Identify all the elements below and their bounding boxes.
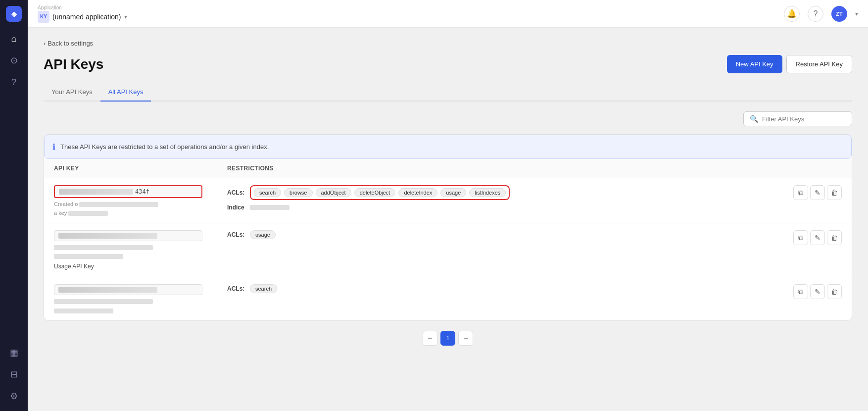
avatar[interactable]: ZT — [831, 6, 847, 22]
acl-row-1: ACLs: search browse addObject deleteObje… — [227, 185, 772, 200]
actions-cell-2: ⧉ ✎ 🗑 — [772, 230, 842, 245]
sidebar: ◈ ⌂ ⊙ ? ▦ ⊟ ⚙ — [0, 0, 28, 411]
sidebar-item-question[interactable]: ? — [5, 73, 23, 91]
topbar-chevron-icon[interactable]: ▾ — [855, 10, 858, 17]
next-page-button[interactable]: → — [458, 331, 473, 346]
info-banner: ℹ These API Keys are restricted to a set… — [44, 135, 852, 159]
filter-row: 🔍 — [44, 111, 852, 126]
acl-tag-browse: browse — [284, 188, 312, 197]
header-actions: New API Key Restore API Key — [727, 55, 852, 73]
sidebar-item-settings[interactable]: ⚙ — [5, 387, 23, 405]
tab-all-api-keys[interactable]: All API Keys — [100, 83, 151, 102]
col-actions — [772, 165, 842, 172]
blurred-meta-3b — [54, 308, 113, 313]
acl-label-2: ACLs: — [227, 231, 247, 238]
content: ‹ Back to settings API Keys New API Key … — [28, 28, 868, 411]
table-row: 434f Created o a key ACLs: — [44, 178, 852, 223]
api-key-cell-2: Usage API Key — [54, 230, 227, 270]
blurred-meta-1b — [68, 211, 108, 216]
indice-row-1: Indice — [227, 204, 772, 211]
blurred-meta-2b — [54, 254, 123, 259]
acl-tag-usage: usage — [440, 188, 466, 197]
sidebar-logo[interactable]: ◈ — [6, 6, 22, 22]
app-name: (unnamed application) — [52, 13, 121, 21]
acl-tag-search: search — [254, 188, 281, 197]
acl-tag-listindexes: listIndexes — [469, 188, 506, 197]
acl-tag-deleteindex: deleteIndex — [398, 188, 437, 197]
api-key-cell-3 — [54, 284, 227, 313]
indice-value-1 — [250, 205, 289, 210]
acl-tag-addobject: addObject — [316, 188, 351, 197]
indice-label: Indice — [227, 204, 247, 211]
page-header: API Keys New API Key Restore API Key — [44, 55, 852, 73]
actions-cell-3: ⧉ ✎ 🗑 — [772, 284, 842, 299]
topbar-right: 🔔 ? ZT ▾ — [784, 6, 858, 22]
app-selector[interactable]: KY (unnamed application) ▾ — [38, 11, 127, 23]
tab-your-api-keys[interactable]: Your API Keys — [44, 83, 100, 102]
delete-button-3[interactable]: 🗑 — [827, 284, 842, 299]
table-header: API Key Restrictions — [44, 159, 852, 178]
app-icon: KY — [38, 11, 49, 23]
back-link-text: Back to settings — [48, 40, 93, 47]
acl-label-1: ACLs: — [227, 189, 247, 196]
acl-row-2: ACLs: usage — [227, 230, 772, 239]
page-title: API Keys — [44, 56, 103, 72]
current-page-button[interactable]: 1 — [440, 331, 455, 346]
copy-button-2[interactable]: ⧉ — [793, 230, 808, 245]
api-key-blurred-3 — [58, 287, 157, 293]
col-restrictions: Restrictions — [227, 165, 772, 172]
col-api-key: API Key — [54, 165, 227, 172]
api-key-cell-1: 434f Created o a key — [54, 185, 227, 216]
table-row: Usage API Key ACLs: usage ⧉ ✎ 🗑 — [44, 223, 852, 277]
tabs: Your API Keys All API Keys — [44, 83, 852, 102]
blurred-meta-3 — [54, 299, 153, 304]
api-key-blurred-1 — [59, 189, 133, 195]
sidebar-item-search[interactable]: ⊙ — [5, 51, 23, 69]
edit-button-2[interactable]: ✎ — [810, 230, 825, 245]
api-key-meta-1: Created o — [54, 201, 227, 207]
edit-button-3[interactable]: ✎ — [810, 284, 825, 299]
topbar: Application KY (unnamed application) ▾ 🔔… — [28, 0, 868, 28]
info-banner-text: These API Keys are restricted to a set o… — [60, 143, 269, 151]
acl-row-3: ACLs: search — [227, 284, 772, 293]
blurred-date-1 — [79, 202, 158, 207]
usage-api-key-label: Usage API Key — [54, 263, 227, 270]
back-link[interactable]: ‹ Back to settings — [44, 40, 852, 47]
chevron-down-icon[interactable]: ▾ — [124, 13, 127, 20]
new-api-key-button[interactable]: New API Key — [727, 55, 782, 73]
sidebar-item-home[interactable]: ⌂ — [5, 30, 23, 48]
filter-input[interactable] — [762, 115, 846, 123]
delete-button-2[interactable]: 🗑 — [827, 230, 842, 245]
restore-api-key-button[interactable]: Restore API Key — [786, 55, 852, 73]
restrictions-cell-3: ACLs: search — [227, 284, 772, 293]
copy-button-3[interactable]: ⧉ — [793, 284, 808, 299]
api-key-value-2 — [54, 230, 202, 241]
sidebar-item-chart[interactable]: ▦ — [5, 344, 23, 361]
restrictions-cell-2: ACLs: usage — [227, 230, 772, 239]
table-row: ACLs: search ⧉ ✎ 🗑 — [44, 277, 852, 320]
restrictions-cell-1: ACLs: search browse addObject deleteObje… — [227, 185, 772, 211]
notification-button[interactable]: 🔔 — [784, 6, 800, 22]
pagination: ← 1 → — [44, 321, 852, 356]
api-key-value-3 — [54, 284, 202, 295]
acl-label-3: ACLs: — [227, 285, 247, 292]
blurred-meta-2 — [54, 245, 153, 250]
acl-tag-usage-2: usage — [250, 230, 276, 239]
actions-cell-1: ⧉ ✎ 🗑 — [772, 185, 842, 200]
info-icon: ℹ — [52, 142, 55, 152]
app-label: Application — [38, 5, 127, 11]
filter-input-wrap: 🔍 — [743, 111, 852, 126]
prev-page-button[interactable]: ← — [423, 331, 437, 346]
chevron-left-icon: ‹ — [44, 40, 46, 47]
help-button[interactable]: ? — [808, 6, 823, 22]
api-key-suffix-1: 434f — [135, 188, 149, 195]
search-icon: 🔍 — [750, 115, 758, 123]
sidebar-item-database[interactable]: ⊟ — [5, 365, 23, 383]
copy-button-1[interactable]: ⧉ — [793, 185, 808, 200]
main-area: Application KY (unnamed application) ▾ 🔔… — [28, 0, 868, 411]
delete-button-1[interactable]: 🗑 — [827, 185, 842, 200]
edit-button-1[interactable]: ✎ — [810, 185, 825, 200]
acl-tags-highlighted: search browse addObject deleteObject del… — [250, 185, 510, 200]
api-key-blurred-2 — [58, 233, 157, 239]
acl-tag-search-3: search — [250, 284, 277, 293]
